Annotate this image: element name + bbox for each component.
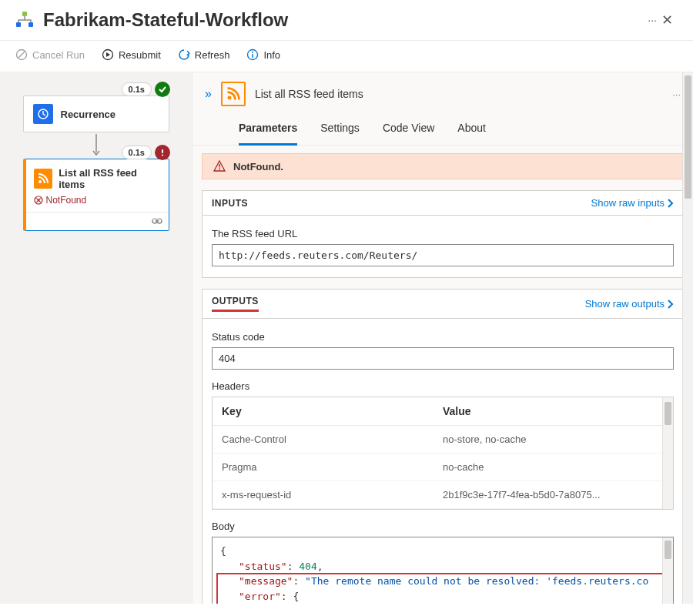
panel-tabs: Parameters Settings Code View About	[192, 112, 693, 146]
svg-rect-1	[16, 22, 21, 27]
headers-table: Key Value Cache-Control no-store, no-cac…	[212, 397, 674, 510]
svg-point-19	[227, 96, 231, 100]
collapse-icon[interactable]: »	[205, 87, 212, 101]
cancel-icon	[15, 49, 28, 61]
field-label: Status code	[212, 331, 674, 343]
node-rss-feed[interactable]: List all RSS feed items NotFound	[23, 159, 169, 231]
scrollbar[interactable]	[662, 397, 673, 509]
svg-point-12	[162, 154, 163, 156]
error-small-icon	[34, 196, 43, 205]
rss-icon	[221, 82, 246, 106]
page-title: Fabrikam-Stateful-Workflow	[43, 9, 641, 31]
table-row: Cache-Control no-store, no-cache	[213, 426, 673, 454]
table-row: x-ms-request-id 2b1f9c3e-17f7-4fea-b5d0-…	[213, 481, 673, 509]
info-icon	[246, 49, 259, 61]
clock-icon	[33, 104, 53, 124]
refresh-button[interactable]: Refresh	[178, 49, 230, 61]
section-title: OUTPUTS	[212, 296, 259, 312]
svg-line-4	[18, 52, 25, 58]
highlighted-error: "message": "The remote name could not be…	[217, 574, 665, 604]
svg-point-13	[38, 180, 42, 183]
svg-point-21	[219, 169, 220, 170]
svg-rect-8	[253, 54, 253, 58]
field-label: Headers	[212, 380, 674, 392]
status-code-field[interactable]: 404	[212, 347, 674, 370]
more-icon[interactable]: ···	[672, 89, 681, 100]
details-panel: » List all RSS feed items ··· Parameters…	[192, 72, 693, 604]
svg-point-7	[252, 52, 253, 53]
more-icon[interactable]: ···	[648, 14, 657, 26]
cancel-run-button: Cancel Run	[15, 49, 85, 61]
resubmit-button[interactable]: Resubmit	[102, 49, 161, 61]
tab-about[interactable]: About	[457, 112, 486, 145]
error-banner: NotFound.	[202, 153, 684, 179]
chevron-right-icon	[668, 199, 674, 208]
resubmit-icon	[102, 49, 114, 61]
show-raw-outputs-link[interactable]: Show raw outputs	[585, 298, 674, 310]
svg-rect-2	[28, 22, 33, 27]
column-key: Key	[222, 405, 443, 417]
svg-rect-11	[162, 149, 163, 153]
column-value: Value	[443, 405, 664, 417]
outputs-section: OUTPUTS Show raw outputs Status code 404…	[202, 289, 684, 604]
tab-parameters[interactable]: Parameters	[239, 112, 297, 146]
refresh-icon	[178, 49, 190, 61]
svg-rect-20	[219, 164, 219, 168]
body-json-field[interactable]: { "status": 404, "message": "The remote …	[212, 537, 674, 604]
app-header: Fabrikam-Stateful-Workflow ··· ✕	[0, 0, 693, 41]
info-button[interactable]: Info	[246, 49, 280, 61]
field-label: Body	[212, 521, 674, 532]
table-row: Pragma no-cache	[213, 454, 673, 481]
field-label: The RSS feed URL	[212, 228, 674, 239]
close-icon[interactable]: ✕	[657, 12, 678, 28]
svg-rect-0	[22, 12, 27, 16]
rss-icon	[34, 169, 53, 189]
duration-badge: 0.1s	[122, 146, 152, 159]
warning-icon	[213, 160, 226, 172]
node-error-text: NotFound	[46, 195, 87, 206]
panel-title: List all RSS feed items	[255, 88, 663, 100]
node-label: Recurrence	[61, 109, 116, 120]
workflow-canvas[interactable]: 0.1s Recurrence 0.1s	[0, 72, 192, 604]
workflow-icon	[15, 11, 34, 29]
inputs-section: INPUTS Show raw inputs The RSS feed URL …	[202, 190, 684, 278]
node-label: List all RSS feed items	[59, 167, 160, 190]
link-icon[interactable]	[152, 217, 162, 225]
section-title: INPUTS	[212, 198, 248, 209]
rss-url-field[interactable]: http://feeds.reuters.com/Reuters/	[212, 244, 674, 266]
chevron-right-icon	[668, 300, 674, 309]
toolbar: Cancel Run Resubmit Refresh Info	[0, 41, 693, 72]
node-recurrence[interactable]: Recurrence	[23, 95, 169, 132]
success-icon	[155, 82, 170, 97]
scrollbar[interactable]	[682, 72, 693, 604]
scrollbar[interactable]	[662, 537, 673, 604]
tab-settings[interactable]: Settings	[320, 112, 360, 145]
error-icon	[155, 145, 170, 160]
show-raw-inputs-link[interactable]: Show raw inputs	[591, 197, 674, 209]
tab-code-view[interactable]: Code View	[383, 112, 434, 145]
duration-badge: 0.1s	[122, 82, 152, 96]
